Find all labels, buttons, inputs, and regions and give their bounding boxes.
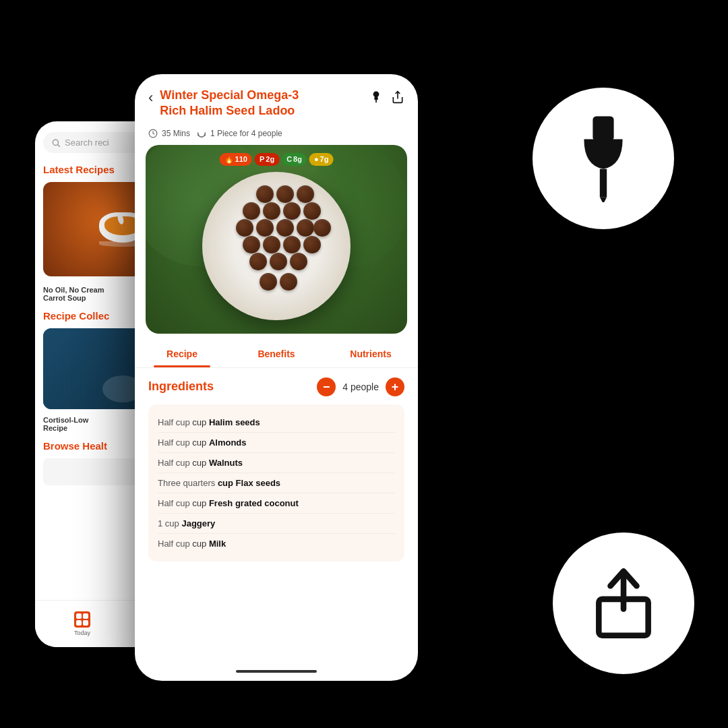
phone-main: ‹ Winter Special Omega-3Rich Halim Seed … <box>135 74 418 681</box>
recipe-title: Winter Special Omega-3Rich Halim Seed La… <box>160 88 369 119</box>
serving-control: − 4 people + <box>317 377 404 396</box>
recipe-serving: 1 Piece for 4 people <box>210 129 282 138</box>
ingredient-halim: Half cup cup Halim seeds <box>158 413 395 433</box>
back-button[interactable]: ‹ <box>148 89 153 107</box>
pin-icon-circle <box>533 88 674 229</box>
food-image: 🔥 110 P 2g C 8g ● 7g <box>146 145 407 334</box>
ingredient-walnuts: Half cup cup Walnuts <box>158 453 395 473</box>
increase-serving-button[interactable]: + <box>386 377 404 396</box>
recipe-tabs: Recipe Benefits Nutrients <box>135 340 418 368</box>
svg-line-1 <box>58 144 60 146</box>
svg-marker-8 <box>600 197 607 202</box>
tab-benefits[interactable]: Benefits <box>229 340 324 367</box>
svg-point-0 <box>53 140 58 145</box>
nutrition-badges: 🔥 110 P 2g C 8g ● 7g <box>220 153 334 166</box>
scroll-indicator <box>236 670 317 673</box>
ingredients-title: Ingredients <box>148 380 214 394</box>
share-icon <box>590 566 657 640</box>
svg-rect-7 <box>600 169 607 198</box>
ingredient-coconut: Half cup cup Fresh grated coconut <box>158 493 395 514</box>
recipe-meta: 35 Mins 1 Piece for 4 people <box>135 126 418 145</box>
tab-nutrients[interactable]: Nutrients <box>324 340 418 367</box>
pin-button[interactable] <box>369 90 383 107</box>
pin-icon <box>566 115 640 202</box>
ingredients-list: Half cup cup Halim seeds Half cup cup Al… <box>148 404 404 562</box>
ingredients-section: Ingredients − 4 people + Half cup cup Ha… <box>135 368 418 571</box>
search-placeholder: Search reci <box>65 138 109 148</box>
share-button[interactable] <box>391 90 404 107</box>
ingredient-jaggery: 1 cup Jaggery <box>158 514 395 534</box>
ingredient-almonds: Half cup cup Almonds <box>158 433 395 453</box>
decrease-serving-button[interactable]: − <box>317 377 336 396</box>
protein-badge: P 2g <box>255 153 279 166</box>
recipe-time: 35 Mins <box>162 129 190 138</box>
ingredient-milk: Half cup cup Milk <box>158 534 395 553</box>
calorie-badge: 🔥 110 <box>220 153 252 166</box>
serving-count: 4 people <box>342 382 379 392</box>
recipe-header: ‹ Winter Special Omega-3Rich Halim Seed … <box>135 74 418 126</box>
nav-today[interactable]: Today <box>74 611 90 636</box>
ingredient-flax: Three quarters cup Flax seeds <box>158 473 395 493</box>
svg-rect-6 <box>593 117 613 141</box>
fat-badge: ● 7g <box>309 153 334 166</box>
carbs-badge: C 8g <box>282 153 307 166</box>
tab-recipe[interactable]: Recipe <box>135 340 229 367</box>
share-icon-circle <box>553 533 694 674</box>
